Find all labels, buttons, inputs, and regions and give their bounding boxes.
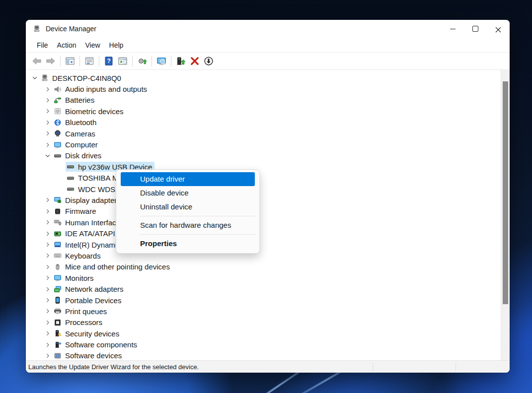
scan-hardware-button[interactable] [155,55,168,67]
tree-item-firmware[interactable]: Firmware [26,206,510,217]
chevron-right-icon[interactable] [44,218,52,226]
tree-item-keyboards[interactable]: Keyboards [26,250,510,261]
tree-item-content[interactable]: Security devices [53,328,122,338]
scrollbar-thumb[interactable] [503,81,508,304]
tree-item-content[interactable]: Computer [53,140,100,150]
console-tree-button[interactable] [64,55,76,67]
chevron-right-icon[interactable] [44,107,52,115]
ide-controller-icon [54,229,63,238]
context-menu-item-disable-device[interactable]: Disable device [121,186,255,200]
tree-item-cameras[interactable]: Cameras [26,128,510,139]
tree-item-print-queues[interactable]: Print queues [26,306,510,317]
chevron-right-icon[interactable] [44,274,52,282]
tree-item-content[interactable]: Keyboards [53,251,103,261]
context-menu-item-properties[interactable]: Properties [121,237,255,251]
menu-bar: FileActionViewHelp [26,38,510,52]
tree-item-content[interactable]: Software components [53,340,140,350]
vertical-scrollbar[interactable] [501,70,510,360]
chevron-right-icon[interactable] [44,341,52,349]
tree-item-content[interactable]: Network adapters [53,284,126,294]
tree-item-content[interactable]: Mice and other pointing devices [53,262,172,272]
tree-item-ide-ata-atapi-co[interactable]: IDE ATA/ATAPI co [26,228,510,239]
chevron-right-icon[interactable] [44,319,52,327]
close-button[interactable] [487,20,510,38]
chevron-right-icon[interactable] [44,285,52,293]
tree-item-content[interactable]: Intel(R) Dynami [53,240,119,250]
chevron-right-icon[interactable] [44,207,52,215]
chevron-right-icon[interactable] [44,96,52,104]
menu-view[interactable]: View [80,40,104,51]
tree-item-bluetooth[interactable]: Bluetooth [26,117,510,128]
context-menu-item-update-driver[interactable]: Update driver [121,172,255,186]
tree-item-content[interactable]: Audio inputs and outputs [53,84,150,94]
tree-item-display-adapter[interactable]: Display adapter [26,195,510,205]
tree-item-processors[interactable]: Processors [26,317,510,328]
tree-item-human-interfac[interactable]: Human Interfac [26,217,510,228]
tree-item-network-adapters[interactable]: Network adapters [26,283,510,294]
chevron-right-icon[interactable] [44,263,52,271]
tree-item-content[interactable]: Firmware [53,206,99,216]
tree-item-content[interactable]: Batteries [53,95,97,105]
chevron-right-icon[interactable] [44,352,52,360]
chevron-right-icon[interactable] [44,252,52,260]
title-bar[interactable]: Device Manager [26,20,510,38]
uninstall-button[interactable] [188,55,201,67]
tree-item-software-devices[interactable]: Software devices [26,350,510,360]
tree-item-software-components[interactable]: Software components [26,339,510,350]
chevron-right-icon[interactable] [44,141,52,149]
chevron-right-icon[interactable] [44,307,52,315]
help-button[interactable]: ? [102,55,115,67]
chevron-right-icon[interactable] [44,230,52,238]
disable-button[interactable] [202,55,215,67]
minimize-button[interactable] [441,20,464,38]
chevron-right-icon[interactable] [44,241,52,249]
tree-item-content[interactable]: Disk drives [53,151,104,161]
context-menu-item-scan-for-hardware-changes[interactable]: Scan for hardware changes [121,218,255,232]
tree-item-desktop-c4in8q0[interactable]: DESKTOP-C4IN8Q0 [26,72,510,83]
forward-button[interactable] [44,55,57,67]
back-button[interactable] [30,55,43,67]
menu-help[interactable]: Help [105,40,128,51]
chevron-down-icon[interactable] [31,74,39,82]
tree-item-monitors[interactable]: Monitors [26,272,510,283]
chevron-right-icon[interactable] [44,119,52,127]
status-text: Launches the Update Driver Wizard for th… [26,363,199,371]
tree-item-batteries[interactable]: Batteries [26,95,510,106]
tree-item-wdc-wds24[interactable]: WDC WDS24 [26,184,510,195]
maximize-button[interactable] [464,20,487,38]
tree-item-content[interactable]: Portable Devices [53,295,124,305]
tree-item-content[interactable]: Processors [53,318,105,328]
menu-action[interactable]: Action [53,40,81,51]
tree-item-content[interactable]: Human Interfac [53,217,119,227]
tree-item-biometric-devices[interactable]: Biometric devices [26,106,510,117]
update-driver-button[interactable] [174,55,187,67]
tree-item-disk-drives[interactable]: Disk drives [26,150,510,161]
tree-item-security-devices[interactable]: Security devices [26,328,510,339]
chevron-right-icon[interactable] [44,130,52,137]
tree-item-content[interactable]: Biometric devices [53,106,126,116]
tree-item-portable-devices[interactable]: Portable Devices [26,295,510,306]
menu-file[interactable]: File [32,40,53,51]
context-menu-item-uninstall-device[interactable]: Uninstall device [121,200,255,214]
tree-item-content[interactable]: Print queues [53,306,109,316]
chevron-right-icon[interactable] [44,196,52,204]
chevron-right-icon[interactable] [44,296,52,304]
tree-item-content[interactable]: Cameras [53,129,98,138]
tree-item-intel-r-dynami[interactable]: Intel(R) Dynami [26,239,510,250]
tree-item-content[interactable]: DESKTOP-C4IN8Q0 [40,73,124,83]
tree-item-content[interactable]: Bluetooth [53,118,99,128]
properties-button[interactable] [83,55,96,67]
tree-item-content[interactable]: Software devices [53,351,124,360]
tree-item-content[interactable]: Display adapter [53,195,119,205]
chevron-right-icon[interactable] [44,329,52,337]
tree-item-toshiba-mq[interactable]: TOSHIBA MQ [26,173,510,184]
tree-item-mice-and-other-pointing-devices[interactable]: Mice and other pointing devices [26,262,510,272]
tree-item-hp-v236w-usb-device[interactable]: hp v236w USB Device [26,161,510,172]
update-drivers-button[interactable] [136,55,149,67]
action-pane-button[interactable] [116,55,129,67]
tree-item-content[interactable]: Monitors [53,273,96,283]
tree-item-audio-inputs-and-outputs[interactable]: Audio inputs and outputs [26,83,510,94]
chevron-right-icon[interactable] [44,85,52,93]
chevron-down-icon[interactable] [44,152,52,160]
tree-item-computer[interactable]: Computer [26,139,510,150]
